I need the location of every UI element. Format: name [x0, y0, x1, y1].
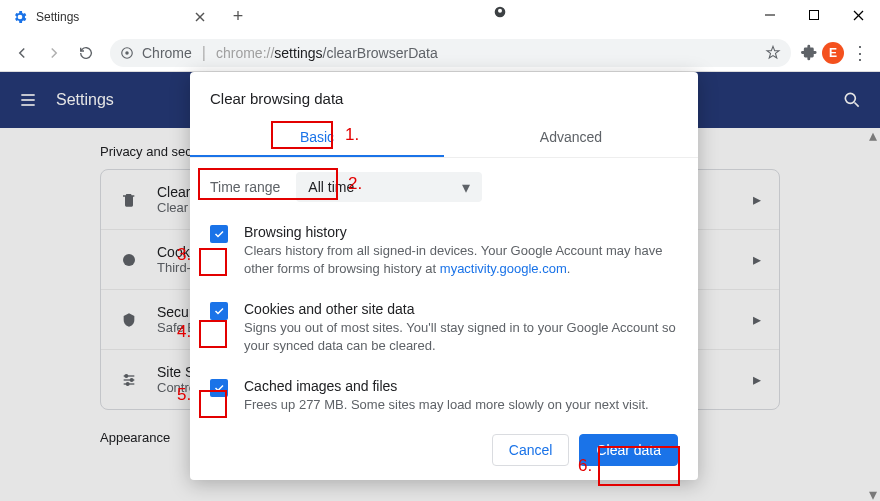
annotation-num-3: 3.	[177, 245, 191, 265]
checkbox-browsing-history[interactable]	[210, 225, 228, 243]
new-tab-button[interactable]: +	[224, 2, 252, 30]
profile-avatar[interactable]: E	[822, 42, 844, 64]
annotation-num-4: 4.	[177, 322, 191, 342]
option-desc: Signs you out of most sites. You'll stay…	[244, 319, 678, 354]
minimize-button[interactable]	[748, 0, 792, 30]
reload-button[interactable]	[72, 39, 100, 67]
svg-rect-4	[810, 11, 819, 20]
annotation-num-5: 5.	[177, 385, 191, 405]
gear-icon	[12, 9, 28, 25]
extensions-icon[interactable]	[801, 44, 818, 61]
clear-data-dialog: Clear browsing data Basic Advanced Time …	[190, 72, 698, 480]
options-list: Browsing history Clears history from all…	[190, 208, 698, 426]
browser-toolbar: Chrome | chrome://settings/clearBrowserD…	[0, 34, 880, 72]
time-range-row: Time range All time ▾	[190, 158, 698, 208]
window-titlebar: Settings +	[0, 0, 880, 34]
chevron-down-icon: ▾	[462, 178, 470, 197]
address-bar[interactable]: Chrome | chrome://settings/clearBrowserD…	[110, 39, 791, 67]
annotation-num-2: 2.	[348, 174, 362, 194]
bookmark-star-icon[interactable]	[765, 45, 781, 61]
back-button[interactable]	[8, 39, 36, 67]
app-area: Settings Privacy and security Clear brow…	[0, 72, 880, 501]
cancel-button[interactable]: Cancel	[492, 434, 570, 466]
tab-indicator	[190, 155, 444, 157]
window-controls	[748, 0, 880, 30]
clear-data-button[interactable]: Clear data	[579, 434, 678, 466]
url-protocol: Chrome	[142, 45, 192, 61]
option-title: Browsing history	[244, 224, 678, 240]
option-title: Cookies and other site data	[244, 301, 678, 317]
option-title: Cached images and files	[244, 378, 649, 394]
option-desc: Frees up 277 MB. Some sites may load mor…	[244, 396, 649, 414]
menu-kebab-icon[interactable]: ⋮	[848, 42, 872, 64]
svg-point-8	[125, 51, 129, 55]
option-cookies: Cookies and other site data Signs you ou…	[210, 289, 678, 366]
option-cache: Cached images and files Frees up 277 MB.…	[210, 366, 678, 426]
annotation-num-1: 1.	[345, 125, 359, 145]
chrome-page-icon	[120, 46, 134, 60]
annotation-num-6: 6.	[578, 456, 592, 476]
link-myactivity[interactable]: myactivity.google.com	[440, 261, 567, 276]
tab-advanced[interactable]: Advanced	[444, 119, 698, 155]
close-window-button[interactable]	[836, 0, 880, 30]
maximize-button[interactable]	[792, 0, 836, 30]
close-icon[interactable]	[192, 9, 208, 25]
checkbox-cookies[interactable]	[210, 302, 228, 320]
guest-icon[interactable]	[485, 4, 515, 20]
forward-button[interactable]	[40, 39, 68, 67]
tab-basic[interactable]: Basic	[190, 119, 444, 155]
option-browsing-history: Browsing history Clears history from all…	[210, 212, 678, 289]
dialog-title: Clear browsing data	[190, 72, 698, 119]
dialog-actions: Cancel Clear data	[190, 426, 698, 466]
time-range-label: Time range	[210, 179, 280, 195]
browser-tab[interactable]: Settings	[0, 0, 220, 34]
checkbox-cache[interactable]	[210, 379, 228, 397]
option-desc: Clears history from all signed-in device…	[244, 242, 678, 277]
time-range-select[interactable]: All time ▾	[296, 172, 482, 202]
tab-title: Settings	[36, 10, 192, 24]
